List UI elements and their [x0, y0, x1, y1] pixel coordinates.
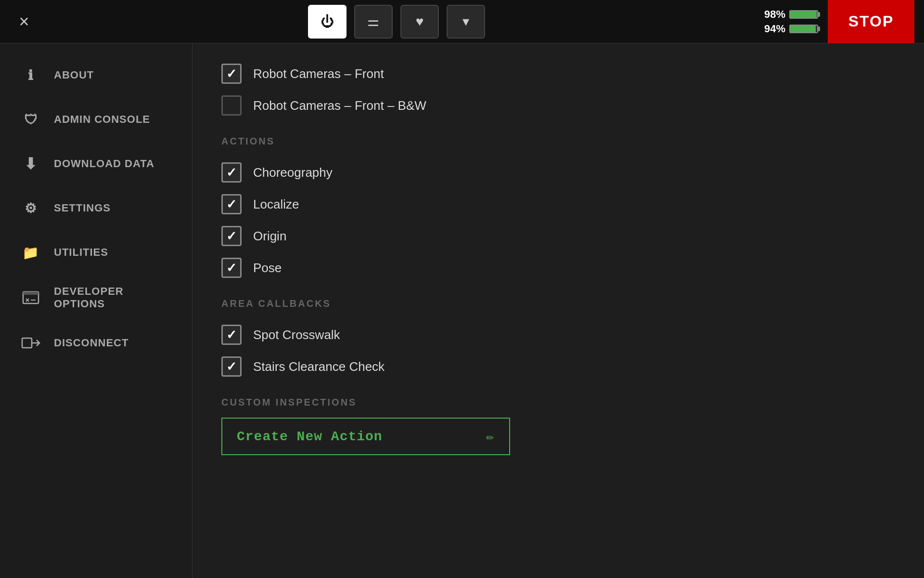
sidebar-label-about: ABOUT	[54, 69, 94, 81]
stop-button[interactable]: STOP	[828, 0, 914, 43]
create-new-action-button[interactable]: Create New Action ✏	[221, 418, 510, 455]
wifi-icon: ▾	[462, 13, 469, 29]
checkbox-input-stairs-clearance-check[interactable]	[221, 356, 242, 377]
sidebar-label-settings: SETTINGS	[54, 202, 111, 214]
create-action-label: Create New Action	[237, 429, 383, 444]
battery1-row: 98%	[764, 8, 818, 21]
header: × ⏻ ⚌ ♥ ▾ 98% 94% STOP	[0, 0, 924, 43]
stop-label: STOP	[848, 13, 894, 30]
sidebar-item-settings[interactable]: ⚙ SETTINGS	[0, 186, 192, 230]
checkbox-spot-crosswalk[interactable]: Spot Crosswalk	[221, 319, 895, 351]
checkbox-input-choreography[interactable]	[221, 162, 242, 183]
checkbox-input-origin[interactable]	[221, 226, 242, 246]
disconnect-icon	[19, 331, 42, 355]
pencil-icon: ✏	[486, 428, 495, 445]
svg-rect-5	[22, 338, 32, 348]
sidebar: ℹ ABOUT 🛡 ADMIN CONSOLE ⬇ DOWNLOAD DATA …	[0, 43, 192, 578]
checkbox-robot-cameras-front-bw[interactable]: Robot Cameras – Front – B&W	[221, 90, 895, 121]
checkbox-label-origin: Origin	[253, 229, 286, 244]
checkbox-input-robot-cameras-front[interactable]	[221, 64, 242, 84]
sidebar-label-developer-options: DEVELOPER OPTIONS	[54, 285, 173, 310]
checkbox-label-choreography: Choreography	[253, 165, 333, 180]
close-button[interactable]: ×	[10, 7, 38, 36]
battery2-row: 94%	[764, 23, 818, 35]
power-icon: ⏻	[321, 13, 334, 29]
folder-icon: 📁	[19, 241, 42, 264]
checkbox-label-pose: Pose	[253, 261, 282, 276]
heart-icon: ♥	[416, 14, 424, 29]
battery2-bar	[789, 25, 818, 33]
content-area: Robot Cameras – Front Robot Cameras – Fr…	[192, 43, 924, 578]
checkbox-label-spot-crosswalk: Spot Crosswalk	[253, 328, 340, 342]
code-icon	[19, 286, 42, 309]
battery1-fill	[790, 11, 817, 18]
sliders-icon: ⚌	[367, 13, 379, 29]
custom-inspections-section-label: CUSTOM INSPECTIONS	[221, 397, 895, 408]
sidebar-item-utilities[interactable]: 📁 UTILITIES	[0, 230, 192, 275]
gear-icon: ⚙	[19, 197, 42, 220]
svg-rect-1	[23, 292, 38, 295]
checkbox-localize[interactable]: Localize	[221, 188, 895, 220]
sidebar-label-admin-console: ADMIN CONSOLE	[54, 113, 150, 126]
checkbox-origin[interactable]: Origin	[221, 220, 895, 252]
battery1-percent: 98%	[764, 8, 785, 21]
heart-button[interactable]: ♥	[400, 5, 439, 39]
main-layout: ℹ ABOUT 🛡 ADMIN CONSOLE ⬇ DOWNLOAD DATA …	[0, 43, 924, 578]
wifi-button[interactable]: ▾	[447, 5, 485, 39]
power-button[interactable]: ⏻	[308, 5, 346, 39]
checkbox-input-spot-crosswalk[interactable]	[221, 325, 242, 345]
sidebar-label-disconnect: DISCONNECT	[54, 337, 128, 349]
battery2-percent: 94%	[764, 23, 785, 35]
checkbox-pose[interactable]: Pose	[221, 252, 895, 284]
download-icon: ⬇	[19, 152, 42, 175]
checkbox-label-localize: Localize	[253, 197, 299, 212]
sidebar-item-disconnect[interactable]: DISCONNECT	[0, 321, 192, 365]
checkbox-label-stairs-clearance-check: Stairs Clearance Check	[253, 359, 385, 374]
checkbox-input-localize[interactable]	[221, 194, 242, 214]
checkbox-label-robot-cameras-front: Robot Cameras – Front	[253, 66, 384, 81]
sidebar-item-admin-console[interactable]: 🛡 ADMIN CONSOLE	[0, 97, 192, 142]
sliders-button[interactable]: ⚌	[354, 5, 393, 39]
sidebar-item-developer-options[interactable]: DEVELOPER OPTIONS	[0, 275, 192, 321]
checkbox-label-robot-cameras-front-bw: Robot Cameras – Front – B&W	[253, 98, 426, 113]
header-controls: ⏻ ⚌ ♥ ▾	[38, 5, 755, 39]
info-icon: ℹ	[19, 64, 42, 87]
shield-icon: 🛡	[19, 108, 42, 131]
actions-section-label: ACTIONS	[221, 136, 895, 147]
checkbox-input-robot-cameras-front-bw[interactable]	[221, 95, 242, 116]
close-icon: ×	[19, 12, 29, 32]
sidebar-item-about[interactable]: ℹ ABOUT	[0, 53, 192, 97]
battery-area: 98% 94%	[764, 8, 818, 35]
area-callbacks-section-label: AREA CALLBACKS	[221, 298, 895, 309]
sidebar-item-download-data[interactable]: ⬇ DOWNLOAD DATA	[0, 142, 192, 186]
checkbox-choreography[interactable]: Choreography	[221, 157, 895, 188]
sidebar-label-download-data: DOWNLOAD DATA	[54, 158, 154, 170]
sidebar-label-utilities: UTILITIES	[54, 246, 108, 259]
battery1-bar	[789, 10, 818, 19]
checkbox-robot-cameras-front[interactable]: Robot Cameras – Front	[221, 58, 895, 90]
battery2-fill	[790, 26, 816, 32]
checkbox-input-pose[interactable]	[221, 258, 242, 278]
checkbox-stairs-clearance-check[interactable]: Stairs Clearance Check	[221, 351, 895, 382]
